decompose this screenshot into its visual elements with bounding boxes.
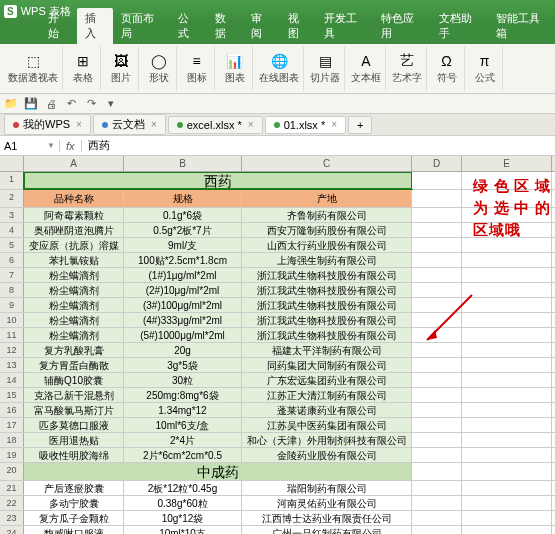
- cell[interactable]: (1#)1μg/ml*2ml: [124, 268, 242, 282]
- cell[interactable]: 产后逐瘀胶囊: [24, 481, 124, 495]
- cell[interactable]: 复方乳酸乳膏: [24, 343, 124, 357]
- cell[interactable]: 上海强生制药有限公司: [242, 253, 412, 267]
- name-box[interactable]: A1 ▼: [0, 140, 60, 152]
- cell[interactable]: (3#)100μg/ml*2ml: [124, 298, 242, 312]
- cell[interactable]: 30粒: [124, 373, 242, 387]
- cell[interactable]: [412, 223, 462, 237]
- ribbon-tab[interactable]: 页面布局: [113, 8, 170, 44]
- row-header[interactable]: 8: [0, 283, 24, 297]
- ribbon-button[interactable]: ▤切片器: [306, 46, 345, 91]
- ribbon-button[interactable]: A文本框: [347, 46, 386, 91]
- cell[interactable]: [412, 208, 462, 222]
- cell[interactable]: 10g*12袋: [124, 511, 242, 525]
- cell[interactable]: 浙江我武生物科技股份有限公司: [242, 268, 412, 282]
- cell[interactable]: 250mg:8mg*6袋: [124, 388, 242, 402]
- row-header[interactable]: 2: [0, 190, 24, 207]
- cell[interactable]: 瑞阳制药有限公司: [242, 481, 412, 495]
- cell[interactable]: 0.5g*2板*7片: [124, 223, 242, 237]
- cell[interactable]: 20g: [124, 343, 242, 357]
- cell[interactable]: 匹多莫德口服液: [24, 418, 124, 432]
- cell[interactable]: 齐鲁制药有限公司: [242, 208, 412, 222]
- ribbon-button[interactable]: ◯形状: [141, 46, 177, 91]
- cell[interactable]: 西安万隆制药股份有限公司: [242, 223, 412, 237]
- cell[interactable]: 复方胃蛋白酶散: [24, 358, 124, 372]
- cell[interactable]: [462, 496, 552, 510]
- fx-label[interactable]: fx: [60, 140, 82, 152]
- ribbon-tab[interactable]: 插入: [77, 8, 114, 44]
- cell[interactable]: 和心（天津）外用制剂科技有限公司: [242, 433, 412, 447]
- cell[interactable]: 辅酶Q10胶囊: [24, 373, 124, 387]
- close-icon[interactable]: ×: [248, 119, 254, 130]
- cell[interactable]: 10ml*10支: [124, 526, 242, 534]
- ribbon-button[interactable]: 📊图表: [217, 46, 253, 91]
- ribbon-button[interactable]: ≡图标: [179, 46, 215, 91]
- cell[interactable]: (4#)333μg/ml*2ml: [124, 313, 242, 327]
- cell[interactable]: [412, 448, 462, 462]
- qat-button[interactable]: ↶: [64, 97, 78, 111]
- cell[interactable]: 0.38g*60粒: [124, 496, 242, 510]
- qat-button[interactable]: 💾: [24, 97, 38, 111]
- cell[interactable]: 浙江我武生物科技股份有限公司: [242, 298, 412, 312]
- row-header[interactable]: 4: [0, 223, 24, 237]
- row-header[interactable]: 1: [0, 172, 24, 189]
- cell[interactable]: 粉尘螨滴剂: [24, 283, 124, 297]
- cell[interactable]: [462, 358, 552, 372]
- cell[interactable]: 1.34mg*12: [124, 403, 242, 417]
- cell[interactable]: [412, 433, 462, 447]
- close-icon[interactable]: ×: [76, 119, 82, 130]
- row-header[interactable]: 11: [0, 328, 24, 342]
- qat-button[interactable]: 🖨: [44, 97, 58, 111]
- row-header[interactable]: 21: [0, 481, 24, 495]
- cell[interactable]: [462, 463, 552, 480]
- col-header-b[interactable]: B: [124, 156, 242, 171]
- row-header[interactable]: 9: [0, 298, 24, 312]
- cell[interactable]: [412, 238, 462, 252]
- cell[interactable]: [412, 388, 462, 402]
- cell[interactable]: 多动宁胶囊: [24, 496, 124, 510]
- cell[interactable]: (2#)10μg/ml*2ml: [124, 283, 242, 297]
- cell[interactable]: 浙江我武生物科技股份有限公司: [242, 313, 412, 327]
- name-box-dropdown[interactable]: ▼: [47, 141, 55, 150]
- cell[interactable]: 广州一品红制药有限公司: [242, 526, 412, 534]
- cell[interactable]: 浙江我武生物科技股份有限公司: [242, 283, 412, 297]
- row-header[interactable]: 3: [0, 208, 24, 222]
- cell[interactable]: [462, 373, 552, 387]
- row-header[interactable]: 12: [0, 343, 24, 357]
- cell[interactable]: 蓬莱诺康药业有限公司: [242, 403, 412, 417]
- cell[interactable]: [462, 433, 552, 447]
- cell[interactable]: 山西太行药业股份有限公司: [242, 238, 412, 252]
- cell[interactable]: 9ml/支: [124, 238, 242, 252]
- cell[interactable]: 同药集团大同制药有限公司: [242, 358, 412, 372]
- select-all-corner[interactable]: [0, 156, 24, 171]
- cell[interactable]: 粉尘螨滴剂: [24, 328, 124, 342]
- qat-button[interactable]: ↷: [84, 97, 98, 111]
- row-header[interactable]: 19: [0, 448, 24, 462]
- cell[interactable]: [412, 358, 462, 372]
- cell[interactable]: [462, 253, 552, 267]
- col-header-d[interactable]: D: [412, 156, 462, 171]
- ribbon-button[interactable]: Ω符号: [429, 46, 465, 91]
- col-header-c[interactable]: C: [242, 156, 412, 171]
- cell[interactable]: [462, 511, 552, 525]
- cell[interactable]: 馥感啉口服液: [24, 526, 124, 534]
- cell[interactable]: 金陵药业股份有限公司: [242, 448, 412, 462]
- cell[interactable]: [462, 388, 552, 402]
- row-header[interactable]: 20: [0, 463, 24, 480]
- cell[interactable]: 河南灵佑药业有限公司: [242, 496, 412, 510]
- cell[interactable]: 100贴*2.5cm*1.8cm: [124, 253, 242, 267]
- ribbon-tab[interactable]: 数据: [207, 8, 244, 44]
- formula-value[interactable]: 西药: [82, 138, 116, 153]
- col-header-e[interactable]: E: [462, 156, 552, 171]
- row-header[interactable]: 22: [0, 496, 24, 510]
- ribbon-button[interactable]: 🌐在线图表: [255, 46, 304, 91]
- cell[interactable]: 粉尘螨滴剂: [24, 298, 124, 312]
- cell[interactable]: [412, 268, 462, 282]
- row-header[interactable]: 13: [0, 358, 24, 372]
- ribbon-tab[interactable]: 公式: [170, 8, 207, 44]
- document-tab[interactable]: 01.xlsx *×: [265, 116, 346, 134]
- cell[interactable]: 福建太平洋制药有限公司: [242, 343, 412, 357]
- cell[interactable]: 江苏正大清江制药有限公司: [242, 388, 412, 402]
- ribbon-tab[interactable]: 特色应用: [373, 8, 430, 44]
- cell[interactable]: [412, 481, 462, 495]
- document-tab[interactable]: 云文档×: [93, 114, 166, 135]
